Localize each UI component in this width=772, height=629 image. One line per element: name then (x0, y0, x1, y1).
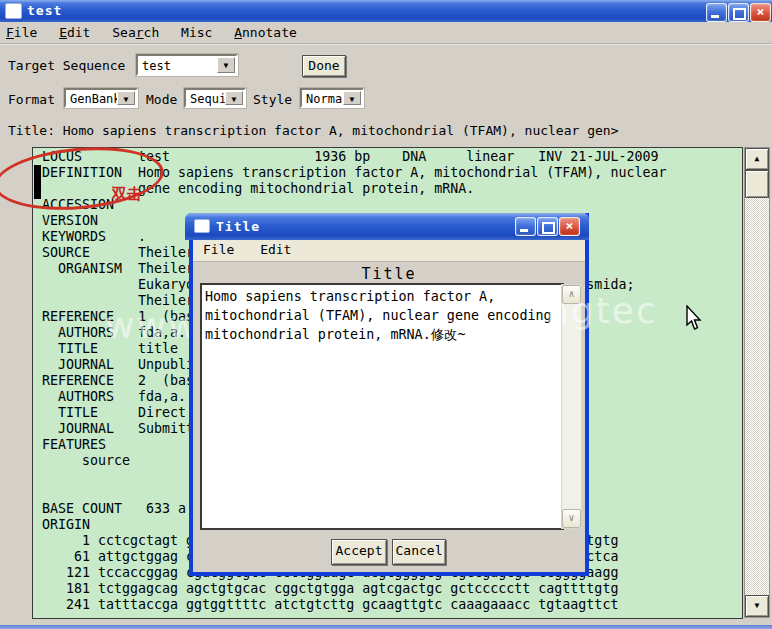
vertical-scrollbar[interactable]: ▲ ▼ (744, 147, 770, 618)
dialog-maximize-button[interactable] (537, 217, 558, 236)
chevron-down-icon[interactable]: ▼ (225, 91, 243, 105)
scroll-down-icon[interactable]: ∨ (562, 509, 581, 528)
maximize-icon (733, 8, 746, 20)
watermark-right: ngtec (546, 290, 658, 331)
mode-label: Mode (146, 92, 177, 107)
window-bottom-border (0, 625, 772, 629)
accept-button[interactable]: Accept (331, 539, 387, 565)
chevron-down-icon[interactable]: ▼ (343, 91, 361, 105)
format-label: Format (8, 92, 55, 107)
dialog-menu-edit[interactable]: Edit (260, 242, 291, 257)
sequence-title-line: Title: Homo sapiens transcription factor… (8, 123, 618, 138)
app-window: test × File Edit Search Misc Annotate Ta… (0, 0, 772, 629)
target-sequence-combobox[interactable]: test ▼ (136, 54, 238, 76)
scroll-up-icon[interactable]: ▲ (745, 148, 769, 170)
minimize-button[interactable] (706, 3, 727, 22)
window-titlebar[interactable]: test × (0, 0, 772, 22)
dialog-close-button[interactable]: × (559, 217, 580, 236)
target-sequence-label: Target Sequence (8, 58, 125, 73)
menu-misc[interactable]: Misc (181, 25, 212, 40)
dialog-minimize-button[interactable] (515, 217, 536, 236)
title-textarea[interactable]: Homo sapiens transcription factor A, mit… (200, 283, 564, 530)
style-combobox[interactable]: Normal ▼ (300, 88, 364, 108)
chevron-down-icon[interactable]: ▼ (217, 57, 235, 73)
menu-file[interactable]: File (6, 25, 37, 40)
style-label: Style (253, 92, 292, 107)
minimize-icon (711, 15, 719, 18)
watermark-left: www (105, 305, 199, 346)
target-sequence-value: test (142, 59, 171, 73)
window-title: test (27, 3, 62, 18)
close-icon: × (560, 218, 579, 234)
dialog-menu-file[interactable]: File (203, 242, 234, 257)
done-button[interactable]: Done (302, 55, 346, 77)
format-combobox[interactable]: GenBank ▼ (64, 88, 138, 108)
menu-divider (0, 43, 772, 45)
dialog-menu-bar: File Edit (193, 240, 585, 262)
double-click-annotation: 双击 (112, 185, 142, 204)
close-icon: × (751, 4, 770, 20)
menu-annotate[interactable]: Annotate (234, 25, 297, 40)
menu-search[interactable]: Search (112, 25, 159, 40)
cancel-button[interactable]: Cancel (392, 539, 446, 565)
mode-combobox[interactable]: Sequin ▼ (184, 88, 246, 108)
menu-edit[interactable]: Edit (59, 25, 90, 40)
dialog-titlebar[interactable]: Title × (185, 213, 589, 240)
scroll-down-icon[interactable]: ▼ (745, 595, 769, 617)
scrollbar-thumb[interactable] (745, 170, 769, 198)
chevron-down-icon[interactable]: ▼ (117, 91, 135, 105)
maximize-button[interactable] (728, 3, 749, 22)
dialog-title-label: Title (193, 265, 585, 283)
format-value: GenBank (70, 92, 121, 106)
minimize-icon (520, 229, 528, 232)
dialog-title: Title (216, 219, 260, 234)
mouse-cursor (686, 305, 706, 333)
close-button[interactable]: × (750, 3, 771, 22)
dialog-document-icon (194, 219, 210, 233)
menu-bar: File Edit Search Misc Annotate (0, 22, 772, 42)
window-document-icon (5, 3, 22, 19)
maximize-icon (542, 222, 555, 234)
